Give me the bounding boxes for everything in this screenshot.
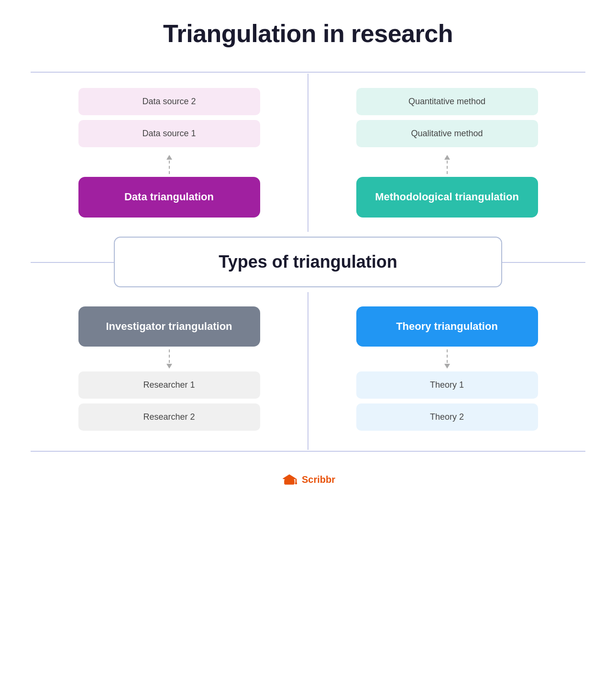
researcher-2-box: Researcher 2 xyxy=(78,403,260,431)
data-triangulation-arrow xyxy=(166,155,172,174)
investigator-triangulation-box: Investigator triangulation xyxy=(78,306,260,347)
types-of-triangulation-box: Types of triangulation xyxy=(114,237,502,287)
theory-2-box: Theory 2 xyxy=(356,403,538,431)
data-source-2-box: Data source 2 xyxy=(78,88,260,115)
data-triangulation-box: Data triangulation xyxy=(78,177,260,218)
researcher-1-box: Researcher 1 xyxy=(78,371,260,399)
methodological-triangulation-box: Methodological triangulation xyxy=(356,177,538,218)
methodological-arrow xyxy=(444,155,450,174)
qualitative-method-box: Qualitative method xyxy=(356,120,538,147)
page-title: Triangulation in research xyxy=(163,19,453,48)
top-right-quadrant: Quantitative method Qualitative method M… xyxy=(308,74,585,232)
quantitative-method-box: Quantitative method xyxy=(356,88,538,115)
bottom-line xyxy=(31,451,585,452)
bottom-left-quadrant: Investigator triangulation Researcher 1 … xyxy=(31,292,308,450)
data-source-1-box: Data source 1 xyxy=(78,120,260,147)
center-row: Types of triangulation xyxy=(31,232,585,292)
theory-triangulation-box: Theory triangulation xyxy=(356,306,538,347)
investigator-arrow xyxy=(166,349,172,369)
arrowhead-up-method xyxy=(444,155,450,160)
top-left-quadrant: Data source 2 Data source 1 Data triangu… xyxy=(31,74,308,232)
theory-1-box: Theory 1 xyxy=(356,371,538,399)
dashed-line-data xyxy=(169,161,170,174)
scribbr-logo: Scribbr xyxy=(281,471,335,488)
diagram-container: Data source 2 Data source 1 Data triangu… xyxy=(31,72,585,452)
arrowhead-down-theory xyxy=(444,364,450,369)
dashed-line-theory xyxy=(447,349,448,363)
bottom-right-quadrant: Theory triangulation Theory 1 Theory 2 xyxy=(308,292,585,450)
scribbr-icon xyxy=(281,471,298,488)
bottom-section: Investigator triangulation Researcher 1 … xyxy=(31,292,585,451)
dashed-line-inv xyxy=(169,349,170,363)
theory-arrow xyxy=(444,349,450,369)
dashed-line-method xyxy=(447,161,448,174)
arrowhead-up-data xyxy=(166,155,172,160)
arrowhead-down-inv xyxy=(166,364,172,369)
footer: Scribbr xyxy=(281,471,335,488)
top-section: Data source 2 Data source 1 Data triangu… xyxy=(31,73,585,232)
scribbr-brand-label: Scribbr xyxy=(302,474,335,485)
svg-point-3 xyxy=(295,482,297,485)
